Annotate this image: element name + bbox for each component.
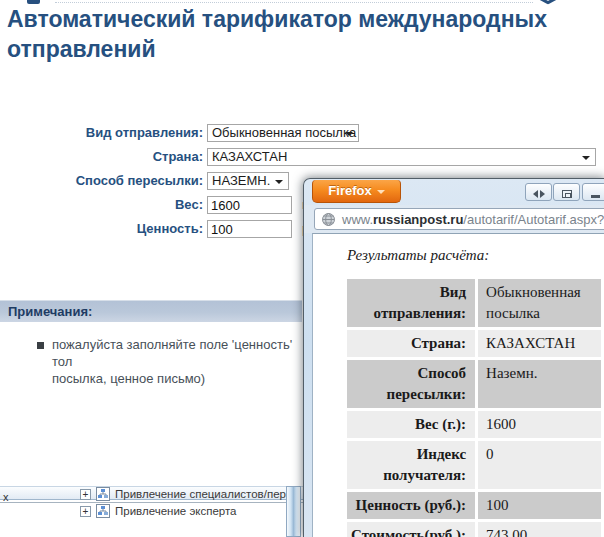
row-label: Индекс получателя: (347, 441, 475, 489)
row-value: 0 (478, 441, 601, 489)
right-arrow-icon (540, 190, 545, 198)
row-value: Обыкновенная посылка (478, 279, 601, 327)
background-window: х + Привлечение специалистов/переводчико… (0, 484, 303, 537)
minimize-button[interactable] (582, 183, 604, 201)
firefox-menu-label: Firefox (328, 183, 371, 198)
table-row: Способ пересылки: Наземн. (347, 360, 601, 408)
globe-icon (321, 212, 336, 230)
select-value: НАЗЕМН. (212, 173, 270, 188)
vertical-scrollbar[interactable] (286, 486, 301, 537)
row-value: КАЗАХСТАН (478, 330, 601, 357)
select-value: КАЗАХСТАН (212, 149, 287, 164)
results-heading: Результаты расчёта: (347, 247, 489, 264)
strana-select[interactable]: КАЗАХСТАН (207, 148, 596, 166)
row-label: Способ пересылки: (347, 360, 475, 408)
expand-plus-icon[interactable]: + (80, 489, 91, 500)
field-label-ves: Вес: (0, 196, 203, 214)
tab-scroll-button[interactable] (525, 183, 552, 201)
restore-window-button[interactable] (553, 183, 580, 201)
select-value: Обыкновенная посылка (212, 125, 356, 140)
firefox-menu-button[interactable]: Firefox (312, 180, 401, 203)
popup-page-content: Результаты расчёта: Вид отправления: Обы… (312, 233, 604, 537)
field-label-sposob-peresylki: Способ пересылки: (0, 172, 203, 190)
cropped-text-top (55, 2, 533, 3)
row-label: Вес (г.): (347, 411, 475, 438)
note-line-1: пожалуйста заполняйте поле 'ценность' то… (52, 336, 304, 370)
note-item: пожалуйста заполняйте поле 'ценность' то… (52, 336, 304, 387)
expand-plus-icon[interactable]: + (80, 506, 91, 517)
row-label: Стоимость(руб.): (347, 522, 475, 537)
row-value: 1600 (478, 411, 601, 438)
dropdown-arrow-icon (582, 156, 590, 160)
note-line-2: посылка, ценное письмо) (52, 370, 304, 387)
table-row: Страна: КАЗАХСТАН (347, 330, 601, 357)
tree-item[interactable]: + Привлечение специалистов/переводчико (0, 486, 290, 503)
url-toolbar: www.russianpost.ru/autotarif/Autotarif.a… (304, 205, 604, 233)
tree-item-label[interactable]: Привлечение эксперта (115, 505, 237, 517)
minimize-icon (591, 195, 600, 198)
vid-otpravleniya-select[interactable]: Обыкновенная посылка (207, 124, 359, 142)
bullet-icon (37, 342, 44, 349)
notes-header-label: Примечания: (0, 304, 92, 319)
restore-icon (562, 190, 572, 198)
ves-input[interactable] (207, 196, 292, 214)
tree-item[interactable]: + Привлечение эксперта (0, 503, 290, 520)
table-row: Вид отправления: Обыкновенная посылка (347, 279, 601, 327)
field-label-vid-otpravleniya: Вид отправления: (0, 124, 203, 142)
notes-header-bar: Примечания: (0, 300, 302, 322)
row-label: Ценность (руб.): (347, 492, 475, 519)
url-domain: russianpost.ru (373, 212, 463, 227)
chevron-down-icon (377, 190, 385, 194)
url-address-bar[interactable]: www.russianpost.ru/autotarif/Autotarif.a… (314, 208, 604, 230)
dropdown-arrow-icon (275, 180, 283, 184)
firefox-popup-window: Firefox www.russianpost.ru/autotarif/Aut… (303, 178, 604, 537)
tree-item-label[interactable]: Привлечение специалистов/переводчико (115, 488, 290, 500)
table-row: Индекс получателя: 0 (347, 441, 601, 489)
diagram-icon (96, 487, 110, 503)
page-title: Автоматический тарификатор международных… (7, 4, 552, 64)
row-label: Страна: (347, 330, 475, 357)
row-value: Наземн. (478, 360, 601, 408)
results-table: Вид отправления: Обыкновенная посылка Ст… (344, 276, 604, 537)
table-row: Вес (г.): 1600 (347, 411, 601, 438)
field-label-strana: Страна: (0, 148, 203, 166)
row-value: 743,00 (478, 522, 601, 537)
left-arrow-icon (533, 190, 538, 198)
screen: Автоматический тарификатор международных… (0, 0, 604, 537)
table-row: Стоимость(руб.): 743,00 (347, 522, 601, 537)
cennost-input[interactable] (207, 220, 292, 238)
field-label-cennost: Ценность: (0, 220, 203, 238)
diagram-icon (96, 504, 110, 520)
url-text: www.russianpost.ru/autotarif/Autotarif.a… (342, 212, 604, 227)
table-row: Ценность (руб.): 100 (347, 492, 601, 519)
dropdown-arrow-icon (345, 132, 353, 136)
row-label: Вид отправления: (347, 279, 475, 327)
row-value: 100 (478, 492, 601, 519)
sposob-peresylki-select[interactable]: НАЗЕМН. (207, 172, 289, 190)
